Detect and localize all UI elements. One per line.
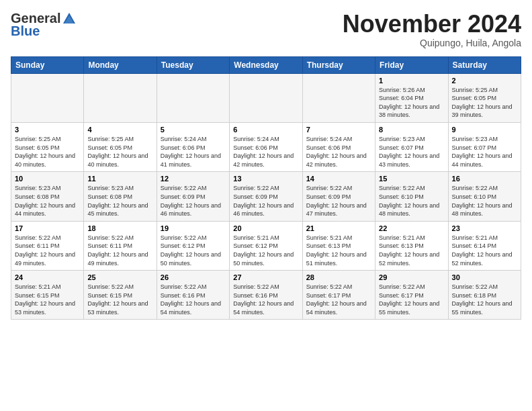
calendar-cell: 25Sunrise: 5:22 AM Sunset: 6:15 PM Dayli…: [84, 271, 157, 320]
day-info: Sunrise: 5:22 AM Sunset: 6:11 PM Dayligh…: [15, 234, 80, 267]
calendar-header: SundayMondayTuesdayWednesdayThursdayFrid…: [11, 56, 521, 73]
day-info: Sunrise: 5:23 AM Sunset: 6:08 PM Dayligh…: [87, 184, 152, 218]
day-info: Sunrise: 5:22 AM Sunset: 6:09 PM Dayligh…: [161, 184, 226, 218]
day-number: 4: [87, 126, 152, 134]
calendar-cell: [84, 73, 157, 122]
calendar-week-row: 24Sunrise: 5:21 AM Sunset: 6:15 PM Dayli…: [11, 271, 521, 320]
calendar-cell: 18Sunrise: 5:22 AM Sunset: 6:11 PM Dayli…: [84, 221, 157, 270]
day-info: Sunrise: 5:23 AM Sunset: 6:08 PM Dayligh…: [15, 184, 80, 218]
day-number: 9: [452, 126, 517, 134]
title-area: November 2024 Quipungo, Huila, Angola: [343, 11, 521, 48]
day-info: Sunrise: 5:21 AM Sunset: 6:14 PM Dayligh…: [452, 234, 517, 267]
calendar-cell: 28Sunrise: 5:22 AM Sunset: 6:17 PM Dayli…: [302, 271, 375, 320]
calendar-cell: 19Sunrise: 5:22 AM Sunset: 6:12 PM Dayli…: [157, 221, 229, 270]
calendar-cell: 8Sunrise: 5:23 AM Sunset: 6:07 PM Daylig…: [375, 122, 448, 171]
calendar-cell: [230, 73, 302, 122]
day-number: 22: [379, 224, 444, 232]
weekday-header-saturday: Saturday: [448, 56, 521, 73]
day-info: Sunrise: 5:24 AM Sunset: 6:06 PM Dayligh…: [233, 135, 298, 169]
day-info: Sunrise: 5:26 AM Sunset: 6:04 PM Dayligh…: [379, 86, 444, 120]
day-number: 29: [379, 273, 444, 281]
logo: General Blue: [11, 11, 77, 39]
day-info: Sunrise: 5:24 AM Sunset: 6:06 PM Dayligh…: [306, 135, 371, 169]
calendar-cell: 5Sunrise: 5:24 AM Sunset: 6:06 PM Daylig…: [157, 122, 229, 171]
calendar-cell: 6Sunrise: 5:24 AM Sunset: 6:06 PM Daylig…: [230, 122, 302, 171]
day-number: 21: [306, 224, 371, 232]
day-info: Sunrise: 5:22 AM Sunset: 6:10 PM Dayligh…: [452, 184, 517, 218]
day-info: Sunrise: 5:22 AM Sunset: 6:11 PM Dayligh…: [87, 234, 152, 267]
day-number: 1: [379, 77, 444, 85]
calendar-cell: [157, 73, 229, 122]
calendar-table: SundayMondayTuesdayWednesdayThursdayFrid…: [11, 56, 521, 320]
logo-icon: [62, 11, 77, 26]
day-number: 15: [379, 175, 444, 183]
day-info: Sunrise: 5:23 AM Sunset: 6:07 PM Dayligh…: [379, 135, 444, 169]
weekday-header-monday: Monday: [84, 56, 157, 73]
calendar-cell: 10Sunrise: 5:23 AM Sunset: 6:08 PM Dayli…: [11, 172, 84, 221]
day-number: 17: [15, 224, 80, 232]
calendar-cell: 23Sunrise: 5:21 AM Sunset: 6:14 PM Dayli…: [448, 221, 521, 270]
page-header: General Blue November 2024 Quipungo, Hui…: [11, 11, 521, 48]
day-info: Sunrise: 5:25 AM Sunset: 6:05 PM Dayligh…: [452, 86, 517, 120]
day-number: 16: [452, 175, 517, 183]
day-number: 20: [233, 224, 298, 232]
day-info: Sunrise: 5:21 AM Sunset: 6:13 PM Dayligh…: [306, 234, 371, 267]
day-number: 6: [233, 126, 298, 134]
calendar-cell: 17Sunrise: 5:22 AM Sunset: 6:11 PM Dayli…: [11, 221, 84, 270]
calendar-cell: 4Sunrise: 5:25 AM Sunset: 6:05 PM Daylig…: [84, 122, 157, 171]
day-number: 7: [306, 126, 371, 134]
day-info: Sunrise: 5:22 AM Sunset: 6:18 PM Dayligh…: [452, 283, 517, 316]
day-info: Sunrise: 5:22 AM Sunset: 6:15 PM Dayligh…: [87, 283, 152, 316]
day-number: 10: [15, 175, 80, 183]
day-number: 24: [15, 273, 80, 281]
calendar-cell: [11, 73, 84, 122]
day-number: 11: [87, 175, 152, 183]
calendar-week-row: 17Sunrise: 5:22 AM Sunset: 6:11 PM Dayli…: [11, 221, 521, 270]
weekday-header-thursday: Thursday: [302, 56, 375, 73]
calendar-cell: 9Sunrise: 5:23 AM Sunset: 6:07 PM Daylig…: [448, 122, 521, 171]
calendar-cell: 13Sunrise: 5:22 AM Sunset: 6:09 PM Dayli…: [230, 172, 302, 221]
calendar-week-row: 3Sunrise: 5:25 AM Sunset: 6:05 PM Daylig…: [11, 122, 521, 171]
calendar-cell: [302, 73, 375, 122]
day-info: Sunrise: 5:22 AM Sunset: 6:17 PM Dayligh…: [306, 283, 371, 316]
month-title: November 2024: [343, 11, 521, 38]
calendar-cell: 3Sunrise: 5:25 AM Sunset: 6:05 PM Daylig…: [11, 122, 84, 171]
calendar-cell: 1Sunrise: 5:26 AM Sunset: 6:04 PM Daylig…: [375, 73, 448, 122]
logo-blue-text: Blue: [11, 24, 40, 39]
day-info: Sunrise: 5:22 AM Sunset: 6:10 PM Dayligh…: [379, 184, 444, 218]
calendar-body: 1Sunrise: 5:26 AM Sunset: 6:04 PM Daylig…: [11, 73, 521, 320]
day-number: 30: [452, 273, 517, 281]
day-info: Sunrise: 5:21 AM Sunset: 6:13 PM Dayligh…: [379, 234, 444, 267]
calendar-cell: 16Sunrise: 5:22 AM Sunset: 6:10 PM Dayli…: [448, 172, 521, 221]
calendar-cell: 2Sunrise: 5:25 AM Sunset: 6:05 PM Daylig…: [448, 73, 521, 122]
day-info: Sunrise: 5:22 AM Sunset: 6:09 PM Dayligh…: [306, 184, 371, 218]
calendar-cell: 24Sunrise: 5:21 AM Sunset: 6:15 PM Dayli…: [11, 271, 84, 320]
day-number: 8: [379, 126, 444, 134]
calendar-cell: 27Sunrise: 5:22 AM Sunset: 6:16 PM Dayli…: [230, 271, 302, 320]
day-info: Sunrise: 5:22 AM Sunset: 6:12 PM Dayligh…: [161, 234, 226, 267]
calendar-cell: 21Sunrise: 5:21 AM Sunset: 6:13 PM Dayli…: [302, 221, 375, 270]
calendar-week-row: 1Sunrise: 5:26 AM Sunset: 6:04 PM Daylig…: [11, 73, 521, 122]
day-info: Sunrise: 5:22 AM Sunset: 6:17 PM Dayligh…: [379, 283, 444, 316]
day-number: 25: [87, 273, 152, 281]
day-info: Sunrise: 5:25 AM Sunset: 6:05 PM Dayligh…: [15, 135, 80, 169]
weekday-header-friday: Friday: [375, 56, 448, 73]
day-number: 23: [452, 224, 517, 232]
day-number: 28: [306, 273, 371, 281]
day-info: Sunrise: 5:22 AM Sunset: 6:16 PM Dayligh…: [233, 283, 298, 316]
day-info: Sunrise: 5:22 AM Sunset: 6:16 PM Dayligh…: [161, 283, 226, 316]
day-number: 14: [306, 175, 371, 183]
day-number: 27: [233, 273, 298, 281]
day-number: 5: [161, 126, 226, 134]
weekday-header-tuesday: Tuesday: [157, 56, 229, 73]
weekday-header-wednesday: Wednesday: [230, 56, 302, 73]
day-info: Sunrise: 5:25 AM Sunset: 6:05 PM Dayligh…: [87, 135, 152, 169]
calendar-cell: 12Sunrise: 5:22 AM Sunset: 6:09 PM Dayli…: [157, 172, 229, 221]
day-number: 19: [161, 224, 226, 232]
calendar-cell: 15Sunrise: 5:22 AM Sunset: 6:10 PM Dayli…: [375, 172, 448, 221]
day-info: Sunrise: 5:21 AM Sunset: 6:15 PM Dayligh…: [15, 283, 80, 316]
day-info: Sunrise: 5:23 AM Sunset: 6:07 PM Dayligh…: [452, 135, 517, 169]
day-number: 12: [161, 175, 226, 183]
calendar-cell: 14Sunrise: 5:22 AM Sunset: 6:09 PM Dayli…: [302, 172, 375, 221]
day-info: Sunrise: 5:22 AM Sunset: 6:09 PM Dayligh…: [233, 184, 298, 218]
